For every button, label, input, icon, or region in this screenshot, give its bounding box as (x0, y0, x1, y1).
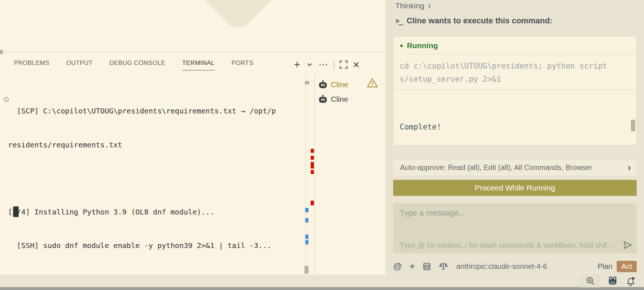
zoom-in-button[interactable] (581, 274, 600, 287)
overview-mark-error (311, 162, 314, 169)
panel-tab-bar: PROBLEMS OUTPUT DEBUG CONSOLE TERMINAL P… (14, 59, 253, 70)
exec-header: Cline wants to execute this command: (407, 16, 552, 26)
act-mode-button[interactable]: Act (617, 261, 637, 272)
bell-icon (625, 276, 636, 286)
context-hint: Type @ for context, / for slash commands… (400, 241, 619, 250)
overview-mark-command (305, 240, 309, 244)
warning-icon (366, 77, 379, 89)
output-line: Complete! (400, 120, 605, 134)
running-status-row: ● Running (393, 36, 636, 54)
editor-scrollbar-notch (0, 50, 3, 54)
maximize-icon (339, 60, 348, 69)
rules-button[interactable] (422, 262, 431, 271)
terminal-line: [2/4] Installing Python 3.9 (OL8 dnf mod… (8, 206, 306, 218)
chevron-right-icon: › (428, 1, 431, 11)
terminal-line (8, 173, 306, 184)
command-output: Complete! [SSH] sudo dnf install -y pyth… (393, 89, 636, 146)
overview-mark-command (305, 218, 309, 223)
send-icon (622, 240, 633, 251)
terminal-line: [SSH] sudo dnf module enable -y python39… (8, 240, 306, 251)
more-actions-button[interactable]: ⋯ (319, 61, 329, 68)
tab-terminal[interactable]: TERMINAL (182, 59, 214, 70)
terminal-line: [SCP] C:\copilot\UTOUG\presidents\requir… (8, 105, 306, 117)
context-hint-row: Type @ for context, / for slash commands… (400, 240, 633, 251)
mode-toggle: Plan Act (598, 261, 637, 272)
overview-mark-error (311, 156, 314, 160)
tab-output[interactable]: OUTPUT (66, 59, 93, 70)
proceed-while-running-button[interactable]: Proceed While Running (393, 180, 637, 196)
terminal-cursor (13, 206, 19, 217)
tablist-scroll-thumb[interactable] (305, 81, 309, 84)
actions-divider (334, 60, 334, 69)
terminal-instance-cline[interactable]: Cline (318, 92, 385, 107)
running-dot-icon: ● (400, 43, 403, 49)
terminal-scrollbar[interactable] (305, 73, 306, 275)
model-compare-button[interactable] (439, 262, 448, 271)
terminal-actions: + ⋯ × (294, 58, 360, 71)
terminal-warning[interactable] (366, 77, 379, 90)
overview-mark-command (305, 235, 309, 239)
main-area: PROBLEMS OUTPUT DEBUG CONSOLE TERMINAL P… (0, 0, 385, 290)
overview-mark-error (311, 170, 314, 174)
cline-bottom-bar: @ + anthropic:claude-sonnet-4-6 Plan Act (393, 259, 637, 274)
auto-approve-bar[interactable]: Auto-approve: Read (all), Edit (all), Al… (393, 159, 637, 175)
zoom-in-icon (585, 276, 595, 286)
terminal-prompt-icon: >_ (395, 17, 402, 25)
terminal-line: residents/requirements.txt (8, 139, 306, 151)
card-scroll-thumb[interactable] (631, 120, 635, 131)
chevron-right-icon: › (628, 162, 631, 173)
cline-panel: Thinking › >_ Cline wants to execute thi… (385, 0, 644, 290)
message-placeholder: Type a message... (400, 208, 465, 218)
robot-icon (318, 80, 328, 90)
status-bar-icons (581, 274, 636, 287)
close-panel-button[interactable]: × (353, 59, 360, 70)
auto-approve-label: Auto-approve: Read (all), Edit (all), Al… (400, 163, 623, 172)
robot-icon (607, 275, 618, 286)
tab-ports[interactable]: PORTS (232, 59, 253, 70)
plan-mode-button[interactable]: Plan (598, 262, 612, 271)
editor-watermark (174, 0, 303, 34)
model-name[interactable]: anthropic:claude-sonnet-4-6 (456, 262, 547, 271)
panel-bottom-strip (0, 275, 385, 287)
new-terminal-button[interactable]: + (294, 59, 300, 70)
send-button[interactable] (622, 240, 633, 251)
overview-mark-error (311, 201, 314, 205)
window-bottom-edge (0, 287, 644, 290)
rules-icon (422, 262, 431, 271)
terminal-tablist-divider (314, 73, 315, 275)
thinking-label: Thinking (395, 1, 424, 10)
terminal-output[interactable]: [SCP] C:\copilot\UTOUG\presidents\requir… (8, 83, 306, 290)
message-input[interactable]: Type a message... Type @ for context, / … (393, 203, 637, 254)
robot-icon (318, 94, 328, 104)
maximize-panel-button[interactable] (339, 60, 348, 69)
command-text: cd c:\copilot\UTOUG\presidents; python s… (393, 54, 616, 89)
cline-status-button[interactable] (607, 275, 618, 286)
running-status: Running (407, 41, 438, 50)
panel-border (0, 51, 385, 52)
tab-problems[interactable]: PROBLEMS (14, 59, 50, 70)
add-context-button[interactable]: @ (393, 261, 402, 271)
scales-icon (439, 262, 448, 271)
overview-mark-command (305, 208, 309, 212)
terminal-instance-label: Cline (331, 80, 348, 89)
chevron-down-icon (306, 61, 314, 69)
tab-debug-console[interactable]: DEBUG CONSOLE (109, 59, 166, 70)
terminal-launch-dropdown[interactable] (306, 61, 314, 69)
overview-mark-error (311, 149, 314, 153)
notifications-button[interactable] (625, 276, 636, 286)
thinking-toggle[interactable]: Thinking › (395, 1, 431, 11)
terminal-scroll-thumb[interactable] (304, 266, 309, 274)
command-decoration-icon[interactable] (4, 97, 9, 102)
command-card[interactable]: ● Running cd c:\copilot\UTOUG\presidents… (393, 36, 637, 146)
exec-header-row: >_ Cline wants to execute this command: (395, 16, 552, 26)
terminal-instance-label: Cline (331, 95, 348, 104)
editor-area (0, 0, 385, 51)
new-task-button[interactable]: + (409, 261, 415, 272)
